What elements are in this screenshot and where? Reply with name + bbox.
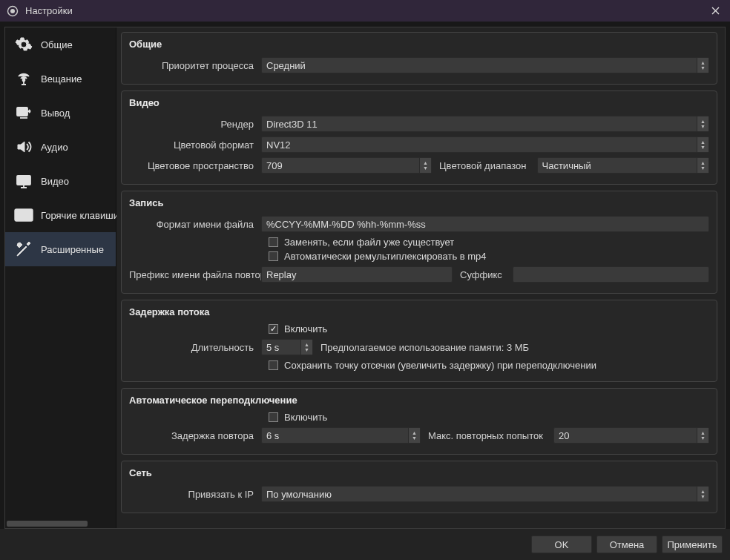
chevron-updown-icon: ▲▼ — [697, 137, 708, 152]
sidebar-item-audio[interactable]: Аудио — [5, 130, 116, 164]
group-recording: Запись Формат имени файла %CCYY-%MM-%DD … — [121, 191, 717, 294]
window-title: Настройки — [25, 5, 73, 16]
bind-ip-label: Привязать к IP — [129, 489, 261, 500]
chevron-updown-icon: ▲▼ — [697, 428, 708, 443]
priority-combo[interactable]: Средний ▲▼ — [261, 57, 709, 73]
preserve-cutoff-label: Сохранить точку отсечки (увеличить задер… — [284, 360, 596, 371]
delay-enable-checkbox[interactable] — [269, 324, 278, 334]
priority-label: Приоритет процесса — [129, 60, 261, 71]
chevron-updown-icon: ▲▼ — [419, 158, 431, 173]
color-range-combo[interactable]: Частичный ▲▼ — [537, 157, 709, 174]
color-space-label: Цветовое пространство — [129, 160, 261, 171]
footer: OK Отмена Применить — [0, 529, 730, 560]
svg-rect-3 — [17, 108, 27, 116]
group-general: Общие Приоритет процесса Средний ▲▼ — [121, 32, 717, 85]
group-video: Видео Рендер Direct3D 11 ▲▼ Цветовой фор… — [121, 90, 717, 185]
cancel-button[interactable]: Отмена — [596, 536, 657, 553]
chevron-updown-icon: ▲▼ — [697, 116, 708, 131]
chevron-updown-icon: ▲▼ — [697, 487, 708, 501]
sidebar-item-output[interactable]: Вывод — [5, 96, 116, 130]
overwrite-checkbox-label: Заменять, если файл уже существует — [284, 237, 454, 248]
sidebar-item-label: Горячие клавиши — [41, 210, 119, 221]
replay-prefix-input[interactable]: Replay — [261, 266, 453, 283]
filename-format-input[interactable]: %CCYY-%MM-%DD %hh-%mm-%ss — [261, 216, 709, 232]
color-range-label: Цветовой диапазон — [438, 160, 531, 171]
max-retries-spinbox[interactable]: 20 ▲▼ — [553, 427, 709, 444]
replay-prefix-label: Префикс имени файла повтора — [129, 269, 261, 280]
replay-suffix-label: Суффикс — [458, 269, 507, 280]
group-title: Видео — [129, 97, 709, 108]
group-auto-reconnect: Автоматическое переподключение Включить … — [121, 388, 717, 455]
tools-icon — [14, 240, 33, 258]
color-format-combo[interactable]: NV12 ▲▼ — [261, 136, 709, 153]
chevron-updown-icon: ▲▼ — [408, 428, 420, 443]
svg-point-1 — [10, 9, 15, 13]
reconnect-enable-checkbox[interactable] — [269, 412, 278, 422]
ok-button[interactable]: OK — [531, 536, 592, 553]
sidebar-item-hotkeys[interactable]: Горячие клавиши — [5, 198, 116, 232]
svg-rect-4 — [17, 176, 30, 185]
sidebar-item-video[interactable]: Видео — [5, 164, 116, 198]
broadcast-icon — [14, 70, 33, 88]
group-title: Общие — [129, 39, 709, 50]
group-title: Автоматическое переподключение — [129, 395, 709, 406]
delay-enable-label: Включить — [284, 323, 327, 335]
render-combo[interactable]: Direct3D 11 ▲▼ — [261, 116, 709, 132]
overwrite-checkbox[interactable] — [269, 237, 278, 247]
sidebar-item-label: Общие — [41, 39, 73, 50]
group-stream-delay: Задержка потока Включить Длительность 5 … — [121, 300, 717, 382]
remux-checkbox-label: Автоматически ремультиплексировать в mp4 — [284, 251, 487, 262]
sidebar-item-label: Аудио — [41, 142, 68, 153]
group-title: Запись — [129, 197, 709, 208]
group-network: Сеть Привязать к IP По умолчанию ▲▼ — [121, 461, 717, 513]
color-space-combo[interactable]: 709 ▲▼ — [261, 157, 432, 174]
sidebar-item-label: Расширенные — [41, 244, 104, 255]
filename-format-label: Формат имени файла — [129, 219, 261, 230]
remux-checkbox[interactable] — [269, 251, 278, 261]
sidebar-item-stream[interactable]: Вещание — [5, 62, 116, 96]
chevron-updown-icon: ▲▼ — [697, 58, 708, 73]
titlebar: Настройки — [0, 0, 730, 22]
group-title: Задержка потока — [129, 306, 709, 317]
group-title: Сеть — [129, 467, 709, 478]
keyboard-icon — [14, 208, 33, 222]
max-retries-label: Макс. повторных попыток — [427, 430, 548, 441]
output-icon — [14, 104, 33, 122]
gear-icon — [14, 36, 33, 53]
chevron-updown-icon: ▲▼ — [300, 340, 312, 355]
sidebar-item-label: Вывод — [41, 108, 70, 119]
sidebar-item-label: Видео — [41, 176, 69, 187]
chevron-updown-icon: ▲▼ — [697, 158, 708, 173]
sidebar-item-advanced[interactable]: Расширенные — [5, 232, 116, 266]
delay-duration-label: Длительность — [129, 342, 261, 353]
bind-ip-combo[interactable]: По умолчанию ▲▼ — [261, 486, 709, 502]
audio-icon — [14, 138, 33, 156]
render-label: Рендер — [129, 119, 261, 130]
delay-duration-spinbox[interactable]: 5 s ▲▼ — [261, 339, 313, 355]
retry-delay-label: Задержка повтора — [129, 430, 261, 441]
sidebar: Общие Вещание Вывод Аудио Видео — [5, 27, 116, 528]
delay-memory-label: Предполагаемое использование памяти: 3 М… — [319, 342, 533, 353]
app-icon — [6, 4, 19, 18]
apply-button[interactable]: Применить — [662, 536, 723, 553]
monitor-icon — [14, 172, 33, 190]
retry-delay-spinbox[interactable]: 6 s ▲▼ — [261, 427, 421, 444]
sidebar-item-general[interactable]: Общие — [5, 27, 116, 62]
sidebar-scrollbar[interactable] — [5, 519, 116, 528]
replay-suffix-input[interactable] — [513, 266, 709, 283]
color-format-label: Цветовой формат — [129, 139, 261, 151]
sidebar-item-label: Вещание — [41, 73, 82, 85]
content-pane: Общие Приоритет процесса Средний ▲▼ Виде… — [116, 27, 725, 528]
preserve-cutoff-checkbox[interactable] — [269, 360, 278, 370]
close-icon[interactable] — [705, 1, 726, 22]
reconnect-enable-label: Включить — [284, 412, 327, 423]
